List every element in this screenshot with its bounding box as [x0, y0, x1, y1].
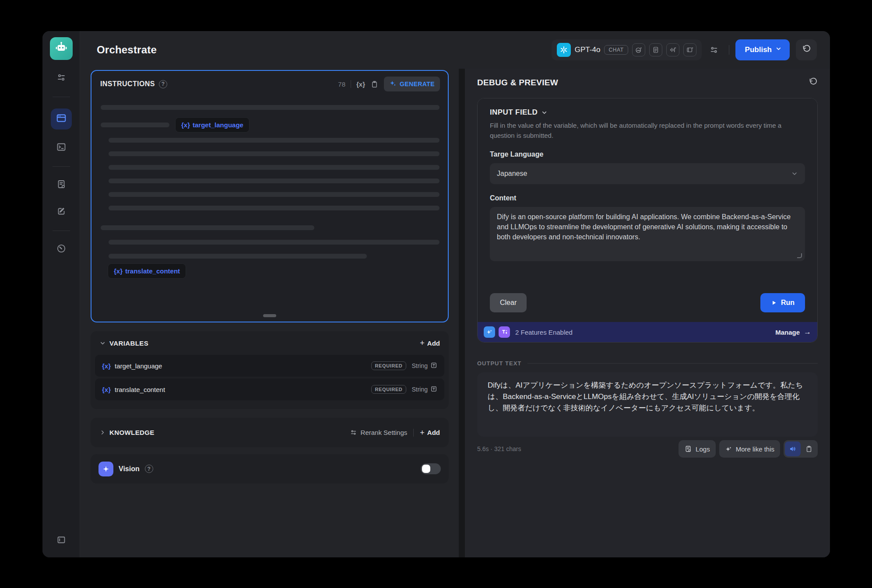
help-icon[interactable]: ?	[145, 465, 153, 473]
document-capability-icon[interactable]	[649, 43, 662, 56]
play-icon	[771, 300, 777, 306]
header-divider	[729, 45, 729, 55]
add-knowledge-button[interactable]: + Add	[420, 429, 440, 437]
tune-icon	[350, 429, 357, 436]
variable-token: {x}	[102, 386, 111, 393]
manage-label: Manage	[775, 329, 800, 336]
variable-chip-target-language[interactable]: {x} target_language	[175, 117, 250, 133]
output-footer: 5.6s · 321 chars Logs	[477, 440, 818, 458]
knowledge-panel: KNOWLEDGE Rerank Settings + Add	[91, 418, 449, 447]
input-field-header[interactable]: INPUT FIELD	[490, 108, 805, 117]
add-label: Add	[427, 429, 440, 436]
skeleton-line	[109, 192, 440, 197]
refresh-icon	[808, 77, 818, 88]
required-badge: REQUIRED	[371, 361, 407, 370]
add-label: Add	[427, 340, 440, 347]
pane-divider[interactable]	[459, 69, 465, 557]
collapse-panel-icon	[56, 535, 67, 547]
resize-handle-icon[interactable]	[797, 253, 802, 258]
vision-label: Vision	[119, 465, 140, 473]
audio-capability-icon[interactable]	[666, 43, 679, 56]
variable-row[interactable]: {x} target_language REQUIRED String	[95, 355, 444, 377]
collapse-sidebar-button[interactable]	[53, 532, 70, 550]
vision-toggle[interactable]	[421, 463, 441, 474]
model-selector[interactable]: GPT-4o CHAT	[552, 39, 702, 60]
skeleton-line	[101, 122, 169, 127]
add-variable-button[interactable]: + Add	[420, 339, 440, 347]
content-textarea[interactable]: Dify is an open-source platform for buil…	[490, 207, 805, 261]
variable-row[interactable]: {x} translate_content REQUIRED String	[95, 378, 444, 400]
chevron-down-icon	[541, 109, 548, 116]
plus-icon: +	[420, 339, 425, 347]
variable-token: {x}	[114, 267, 123, 275]
skeleton-line	[109, 138, 440, 143]
robot-icon	[54, 40, 69, 57]
debug-preview-pane: DEBUG & PREVIEW INPUT FIELD	[465, 69, 830, 557]
skeleton-line	[109, 178, 440, 183]
char-count: 78	[338, 80, 345, 88]
more-like-this-feature-icon	[484, 326, 495, 338]
sidebar-item-logs[interactable]	[53, 176, 70, 194]
instructions-title: INSTRUCTIONS	[100, 80, 155, 88]
publish-button[interactable]: Publish	[735, 39, 790, 60]
speaker-button[interactable]	[785, 441, 801, 456]
sidebar-divider	[53, 97, 70, 97]
string-type-icon	[430, 385, 437, 394]
run-button[interactable]: Run	[760, 293, 805, 312]
sidebar-divider	[53, 166, 70, 167]
sidebar-item-orchestrate[interactable]	[51, 108, 72, 130]
variable-chip-translate-content[interactable]: {x} translate_content	[108, 263, 186, 279]
vision-capability-icon[interactable]	[632, 43, 645, 56]
sidebar-item-terminal[interactable]	[53, 139, 70, 157]
instructions-panel[interactable]: INSTRUCTIONS ? 78 {x}	[91, 70, 449, 322]
toolbar-divider	[351, 80, 351, 88]
text-to-speech-feature-icon	[499, 326, 510, 338]
rerank-settings-button[interactable]: Rerank Settings	[350, 429, 408, 436]
version-history-button[interactable]	[796, 39, 817, 60]
resize-drag-handle[interactable]	[263, 314, 276, 317]
logs-button[interactable]: Logs	[679, 440, 716, 458]
manage-features-button[interactable]: Manage →	[775, 328, 811, 336]
sidebar-item-monitoring[interactable]	[53, 241, 70, 258]
help-icon[interactable]: ?	[159, 80, 167, 88]
app-logo[interactable]	[50, 37, 73, 60]
edit-icon	[56, 206, 67, 218]
log-document-icon	[56, 179, 67, 191]
copy-icon[interactable]	[370, 80, 379, 88]
instructions-toolbar: 78 {x}	[338, 77, 440, 91]
more-like-this-label: More like this	[736, 445, 774, 453]
chevron-down-icon	[791, 170, 798, 177]
chevron-down-icon	[775, 46, 782, 54]
more-like-this-button[interactable]: More like this	[719, 440, 780, 458]
restart-button[interactable]	[808, 77, 818, 88]
generate-label: GENERATE	[400, 80, 435, 88]
video-capability-icon[interactable]	[683, 43, 696, 56]
target-language-value: Japanese	[497, 170, 527, 178]
target-language-select[interactable]: Japanese	[490, 163, 805, 184]
output-rule	[527, 363, 818, 364]
generate-button[interactable]: GENERATE	[384, 77, 440, 91]
copy-output-button[interactable]	[802, 441, 816, 456]
model-parameters-button[interactable]	[705, 41, 723, 59]
divider	[413, 429, 414, 437]
clear-button[interactable]: Clear	[490, 293, 527, 312]
variables-title: VARIABLES	[109, 340, 148, 347]
tune-icon	[56, 72, 67, 84]
output-title: OUTPUT TEXT	[477, 360, 521, 367]
skeleton-line	[109, 206, 440, 210]
input-field-footer: Clear Run	[490, 293, 805, 312]
screen-background: Orchestrate GPT-4o CHAT	[0, 0, 872, 588]
arrow-right-icon: →	[804, 328, 811, 336]
features-bar: 2 Features Enabled Manage →	[478, 322, 817, 342]
target-language-label: Targe Language	[490, 150, 805, 158]
toggle-knob	[422, 465, 430, 473]
variables-header[interactable]: VARIABLES + Add	[91, 331, 449, 355]
chevron-right-icon	[99, 429, 106, 436]
content-field-wrapper: Dify is an open-source platform for buil…	[490, 207, 805, 261]
skeleton-line	[101, 105, 440, 110]
page-title: Orchestrate	[97, 44, 157, 56]
knowledge-header[interactable]: KNOWLEDGE Rerank Settings + Add	[91, 418, 449, 447]
sidebar-item-settings[interactable]	[53, 70, 70, 87]
sidebar-item-annotations[interactable]	[53, 203, 70, 221]
insert-variable-button[interactable]: {x}	[356, 80, 365, 88]
